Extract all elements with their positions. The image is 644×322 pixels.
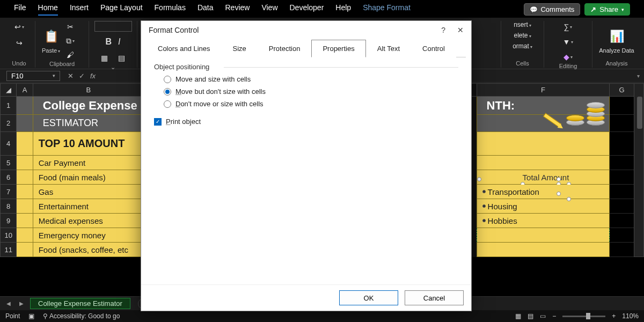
menu-formulas[interactable]: Formulas <box>155 3 186 16</box>
cell-f7[interactable]: Transportation <box>477 185 610 199</box>
cancel-formula-icon[interactable]: ✕ <box>68 72 74 80</box>
undo-icon[interactable]: ↩ <box>13 21 25 33</box>
menu-insert[interactable]: Insert <box>70 3 89 16</box>
ok-button[interactable]: OK <box>339 290 398 305</box>
row-header-6[interactable]: 6 <box>1 170 17 185</box>
chart-title-text: Total Amount <box>523 173 569 182</box>
fill-icon[interactable]: ▼ <box>562 36 574 48</box>
menu-file[interactable]: File <box>14 3 26 16</box>
row-header-5[interactable]: 5 <box>1 156 17 170</box>
menu-data[interactable]: Data <box>197 3 214 16</box>
view-normal-icon[interactable]: ▦ <box>515 312 521 320</box>
cell-b1[interactable]: College Expense <box>33 97 144 115</box>
zoom-slider[interactable] <box>562 316 605 317</box>
cell-b6[interactable]: Food (main meals) <box>33 170 144 185</box>
radio-move-and-size[interactable]: Move and size with cells <box>164 75 458 83</box>
cut-icon[interactable]: ✂ <box>64 21 76 33</box>
view-page-layout-icon[interactable]: ▤ <box>528 312 533 320</box>
insert-cells-button[interactable]: nsert <box>514 21 531 28</box>
tab-protection[interactable]: Protection <box>258 40 312 57</box>
cell-f8[interactable]: Housing <box>477 199 610 214</box>
cancel-button[interactable]: Cancel <box>405 290 464 305</box>
copy-icon[interactable]: ⧉ <box>64 35 76 47</box>
row-header-10[interactable]: 10 <box>1 228 17 243</box>
analyze-data-icon[interactable]: 📊 <box>608 28 625 45</box>
macro-record-icon[interactable]: ▣ <box>28 312 34 320</box>
menu-review[interactable]: Review <box>225 3 250 16</box>
sheet-tab-active[interactable]: College Expense Estimator <box>30 298 130 309</box>
cell-b5[interactable]: Car Payment <box>33 156 144 170</box>
radio-icon <box>164 100 171 108</box>
dialog-help-icon[interactable]: ? <box>441 26 445 34</box>
select-all-corner[interactable]: ◢ <box>1 84 17 97</box>
cell-b4[interactable]: TOP 10 AMOUNT <box>33 132 144 156</box>
radio-move-no-size[interactable]: Move but don't size with cells <box>164 87 458 96</box>
cell-f10-selected[interactable] <box>477 228 610 243</box>
autosum-icon[interactable]: ∑ <box>562 21 574 33</box>
zoom-out-button[interactable]: − <box>552 312 556 320</box>
col-header-g[interactable]: G <box>610 84 634 97</box>
tab-properties[interactable]: Properties <box>311 40 365 57</box>
paste-label[interactable]: Paste <box>42 47 60 54</box>
zoom-in-button[interactable]: + <box>612 312 616 320</box>
tab-alt-text[interactable]: Alt Text <box>366 40 411 57</box>
radio-dont-move[interactable]: Don't move or size with cells <box>164 100 458 108</box>
fx-icon[interactable]: fx <box>90 72 96 80</box>
font-name-input[interactable] <box>94 21 132 32</box>
menu-shape-format[interactable]: Shape Format <box>363 3 411 16</box>
name-box[interactable]: F10▾ <box>6 71 60 81</box>
row-header-9[interactable]: 9 <box>1 214 17 228</box>
cell-b11[interactable]: Food (snacks, coffee, etc <box>33 243 144 257</box>
row-header-1[interactable]: 1 <box>1 97 17 115</box>
cell-f1[interactable]: NTH: <box>477 97 610 115</box>
analyze-data-label: Analyze Data <box>599 47 634 54</box>
format-cells-button[interactable]: ormat <box>513 42 532 50</box>
checkbox-print-object[interactable]: ✓ Print object <box>154 118 458 126</box>
cell-b7[interactable]: Gas <box>33 185 144 199</box>
legend-housing: Housing <box>488 202 517 211</box>
menu-page-layout[interactable]: Page Layout <box>100 3 143 16</box>
tab-colors-lines[interactable]: Colors and Lines <box>147 40 222 57</box>
status-accessibility[interactable]: ⚲ Accessibility: Good to go <box>43 312 120 320</box>
row-header-8[interactable]: 8 <box>1 199 17 214</box>
sheet-nav-next-icon[interactable]: ▶ <box>17 301 26 306</box>
cell-f9[interactable]: Hobbies <box>477 214 610 228</box>
menu-bar: File Home Insert Page Layout Formulas Da… <box>0 0 644 18</box>
format-painter-icon[interactable]: 🖌 <box>64 49 76 61</box>
bold-button[interactable]: B <box>105 37 112 47</box>
legend-transportation: Transportation <box>488 187 539 196</box>
view-page-break-icon[interactable]: ▭ <box>540 312 546 320</box>
col-header-b[interactable]: B <box>33 84 144 97</box>
sheet-nav-prev-icon[interactable]: ◀ <box>4 301 13 306</box>
vertical-scrollbar[interactable] <box>636 84 643 257</box>
menu-view[interactable]: View <box>261 3 277 16</box>
paste-icon[interactable]: 📋 <box>42 28 60 45</box>
delete-cells-button[interactable]: elete <box>514 32 531 39</box>
enter-formula-icon[interactable]: ✓ <box>79 72 85 80</box>
cell-b2[interactable]: ESTIMATOR <box>33 115 144 132</box>
menu-home[interactable]: Home <box>38 3 58 16</box>
tab-size[interactable]: Size <box>222 40 258 57</box>
tab-control[interactable]: Control <box>411 40 456 57</box>
col-header-a[interactable]: A <box>17 84 33 97</box>
comments-button[interactable]: Comments <box>524 3 580 16</box>
redo-icon[interactable]: ↪ <box>13 37 25 49</box>
clear-icon[interactable]: ◆ <box>562 51 574 63</box>
row-header-4[interactable]: 4 <box>1 132 17 156</box>
formula-expand-icon[interactable]: ▾ <box>637 73 640 79</box>
row-header-11[interactable]: 11 <box>1 243 17 257</box>
share-button[interactable]: Share▾ <box>584 3 630 16</box>
zoom-level[interactable]: 110% <box>622 312 639 320</box>
cell-f6-chart-title[interactable]: Total Amount <box>477 170 610 185</box>
cell-b9[interactable]: Medical expenses <box>33 214 144 228</box>
cell-b10[interactable]: Emergency money <box>33 228 144 243</box>
grid-icon[interactable]: ▤ <box>116 52 128 64</box>
menu-help[interactable]: Help <box>335 3 351 16</box>
dialog-close-icon[interactable]: ✕ <box>457 26 464 34</box>
row-header-2[interactable]: 2 <box>1 115 17 132</box>
italic-button[interactable]: I <box>118 37 120 47</box>
cell-b8[interactable]: Entertainment <box>33 199 144 214</box>
menu-developer[interactable]: Developer <box>290 3 324 16</box>
borders-icon[interactable]: ▦ <box>99 52 111 64</box>
row-header-7[interactable]: 7 <box>1 185 17 199</box>
